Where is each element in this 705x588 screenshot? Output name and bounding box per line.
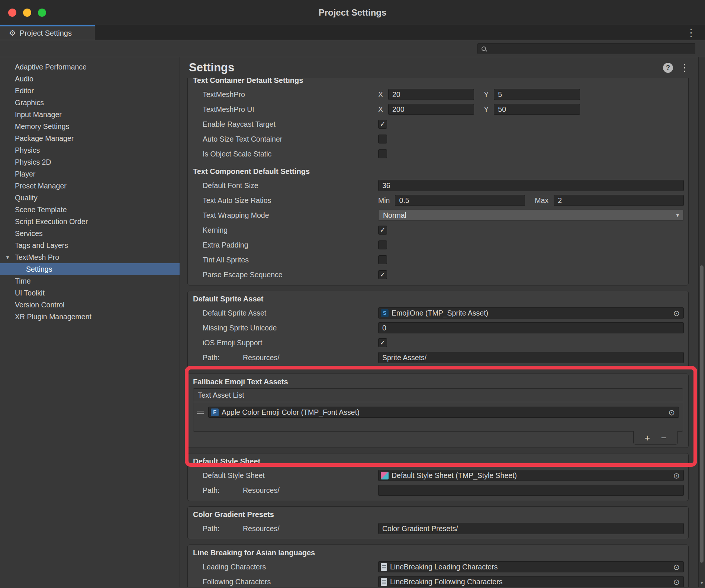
section-default-style-sheet: Default Style Sheet Default Style Sheet … bbox=[187, 453, 689, 501]
settings-scrollview: Text Container Default Settings TextMesh… bbox=[180, 78, 698, 587]
tab-strip: ⚙ Project Settings ⋮ bbox=[0, 25, 705, 40]
tab-project-settings[interactable]: ⚙ Project Settings bbox=[0, 25, 95, 40]
sidebar-item-graphics[interactable]: Graphics bbox=[0, 97, 180, 109]
section-fallback-emoji-text-assets: Fallback Emoji Text Assets Text Asset Li… bbox=[187, 374, 689, 448]
row-enable-raycast-target: Enable Raycast Target ✓ bbox=[192, 117, 684, 132]
sidebar-item-editor[interactable]: Editor bbox=[0, 85, 180, 97]
missing-sprite-unicode-field[interactable] bbox=[378, 322, 684, 333]
kerning-checkbox[interactable]: ✓ bbox=[378, 226, 387, 235]
scrollbar-thumb[interactable] bbox=[700, 265, 704, 563]
sidebar-item-quality[interactable]: Quality bbox=[0, 192, 180, 204]
color-gradient-path-field[interactable] bbox=[378, 523, 684, 534]
default-style-sheet-object-field[interactable]: Default Style Sheet (TMP_Style Sheet) ⊙ bbox=[378, 470, 684, 481]
search-input[interactable] bbox=[490, 45, 691, 52]
sidebar-item-script-execution-order[interactable]: Script Execution Order bbox=[0, 216, 180, 227]
default-sprite-asset-object-field[interactable]: S EmojiOne (TMP_Sprite Asset) ⊙ bbox=[378, 307, 684, 319]
section-text-container-defaults: Text Container Default Settings TextMesh… bbox=[187, 78, 689, 285]
row-sprite-path: Path: Resources/ bbox=[192, 350, 684, 365]
enable-raycast-target-checkbox[interactable]: ✓ bbox=[378, 120, 387, 129]
sidebar-item-services[interactable]: Services bbox=[0, 227, 180, 239]
row-text-auto-size-ratios: Text Auto Size Ratios Min Max bbox=[192, 193, 684, 208]
sidebar-item-audio[interactable]: Audio bbox=[0, 73, 180, 85]
row-text-wrapping-mode: Text Wrapping Mode Normal ▾ bbox=[192, 208, 684, 223]
section-line-breaking: Line Breaking for Asian languages Leadin… bbox=[187, 545, 689, 587]
auto-size-text-container-checkbox[interactable] bbox=[378, 135, 387, 143]
row-textmeshpro: TextMeshPro X Y bbox=[192, 87, 684, 102]
sidebar-item-scene-template[interactable]: Scene Template bbox=[0, 204, 180, 216]
row-auto-size-text-container: Auto Size Text Container bbox=[192, 132, 684, 146]
style-sheet-icon bbox=[381, 472, 389, 479]
sidebar-item-player[interactable]: Player bbox=[0, 168, 180, 180]
tab-menu-kebab-icon[interactable]: ⋮ bbox=[686, 27, 705, 39]
extra-padding-checkbox[interactable] bbox=[378, 240, 387, 249]
object-picker-icon[interactable]: ⊙ bbox=[668, 408, 675, 416]
sidebar-item-tags-and-layers[interactable]: Tags and Layers bbox=[0, 239, 180, 251]
row-is-object-scale-static: Is Object Scale Static bbox=[192, 146, 684, 161]
sidebar-item-memory-settings[interactable]: Memory Settings bbox=[0, 120, 180, 132]
is-object-scale-static-checkbox[interactable] bbox=[378, 149, 387, 158]
tint-all-sprites-checkbox[interactable] bbox=[378, 255, 387, 264]
drag-handle-icon[interactable] bbox=[197, 411, 204, 414]
fallback-font-asset-object-field[interactable]: F Apple Color Emoji Color (TMP_Font Asse… bbox=[208, 407, 679, 418]
sprite-path-field[interactable] bbox=[378, 352, 684, 363]
following-characters-object-field[interactable]: LineBreaking Following Characters ⊙ bbox=[378, 576, 684, 587]
row-default-style-sheet: Default Style Sheet Default Style Sheet … bbox=[192, 468, 684, 483]
text-asset-list: Text Asset List F Apple Color Emoji Colo… bbox=[193, 388, 683, 432]
section-title: Fallback Emoji Text Assets bbox=[193, 378, 684, 386]
sidebar-item-physics-2d[interactable]: Physics 2D bbox=[0, 156, 180, 168]
section-default-sprite-asset: Default Sprite Asset Default Sprite Asse… bbox=[187, 291, 689, 368]
section-title: Default Style Sheet bbox=[193, 457, 684, 466]
zoom-button[interactable] bbox=[38, 9, 46, 17]
vertical-scrollbar[interactable]: ▼ bbox=[698, 57, 705, 587]
search-box[interactable] bbox=[477, 43, 695, 54]
list-item: F Apple Color Emoji Color (TMP_Font Asse… bbox=[197, 407, 679, 418]
sidebar-item-adaptive-performance[interactable]: Adaptive Performance bbox=[0, 61, 180, 73]
text-wrapping-mode-dropdown[interactable]: Normal ▾ bbox=[378, 210, 684, 221]
sidebar-item-package-manager[interactable]: Package Manager bbox=[0, 132, 180, 144]
close-button[interactable] bbox=[8, 9, 16, 17]
check-icon: ✓ bbox=[380, 227, 385, 233]
textmeshpro-y-field[interactable] bbox=[494, 89, 580, 100]
section-title: Text Container Default Settings bbox=[193, 78, 684, 85]
sidebar-item-xr-plugin-management[interactable]: XR Plugin Management bbox=[0, 311, 180, 323]
textmeshpro-x-field[interactable] bbox=[388, 89, 474, 100]
scrollbar-down-arrow-icon[interactable]: ▼ bbox=[699, 580, 705, 585]
sidebar-item-version-control[interactable]: Version Control bbox=[0, 299, 180, 311]
sidebar-item-input-manager[interactable]: Input Manager bbox=[0, 109, 180, 120]
row-leading-characters: Leading Characters LineBreaking Leading … bbox=[192, 559, 684, 574]
sidebar-item-textmesh-pro[interactable]: ▼ TextMesh Pro bbox=[0, 251, 180, 263]
help-icon[interactable]: ? bbox=[663, 63, 673, 73]
auto-size-max-field[interactable] bbox=[554, 195, 684, 206]
panel-kebab-icon[interactable]: ⋮ bbox=[680, 62, 689, 74]
default-font-size-field[interactable] bbox=[378, 180, 684, 191]
auto-size-min-field[interactable] bbox=[395, 195, 525, 206]
chevron-down-icon[interactable]: ▼ bbox=[5, 255, 10, 260]
sidebar-item-preset-manager[interactable]: Preset Manager bbox=[0, 180, 180, 192]
remove-item-button[interactable]: − bbox=[661, 433, 667, 443]
minimize-button[interactable] bbox=[23, 9, 31, 17]
parse-escape-sequence-checkbox[interactable]: ✓ bbox=[378, 270, 387, 279]
textmeshpro-ui-y-field[interactable] bbox=[494, 104, 580, 115]
row-default-sprite-asset: Default Sprite Asset S EmojiOne (TMP_Spr… bbox=[192, 306, 684, 320]
text-asset-icon bbox=[381, 563, 387, 571]
settings-panel-header: Settings ? ⋮ bbox=[180, 57, 698, 78]
object-picker-icon[interactable]: ⊙ bbox=[673, 309, 680, 317]
sidebar-item-textmesh-pro-settings[interactable]: Settings bbox=[0, 263, 180, 275]
object-picker-icon[interactable]: ⊙ bbox=[673, 472, 680, 479]
page-title: Settings bbox=[189, 61, 234, 74]
settings-sidebar: Adaptive Performance Audio Editor Graphi… bbox=[0, 57, 180, 587]
object-picker-icon[interactable]: ⊙ bbox=[673, 578, 680, 586]
leading-characters-object-field[interactable]: LineBreaking Leading Characters ⊙ bbox=[378, 561, 684, 572]
add-item-button[interactable]: + bbox=[644, 433, 650, 443]
section-title: Color Gradient Presets bbox=[193, 510, 684, 519]
sidebar-item-time[interactable]: Time bbox=[0, 275, 180, 287]
row-extra-padding: Extra Padding bbox=[192, 238, 684, 252]
sidebar-item-physics[interactable]: Physics bbox=[0, 144, 180, 156]
sidebar-item-ui-toolkit[interactable]: UI Toolkit bbox=[0, 287, 180, 299]
ios-emoji-support-checkbox[interactable]: ✓ bbox=[378, 338, 387, 347]
object-picker-icon[interactable]: ⊙ bbox=[673, 563, 680, 571]
textmeshpro-ui-x-field[interactable] bbox=[388, 104, 474, 115]
style-sheet-path-field[interactable] bbox=[378, 485, 684, 496]
gear-icon: ⚙ bbox=[9, 29, 16, 38]
window-controls bbox=[8, 0, 46, 25]
